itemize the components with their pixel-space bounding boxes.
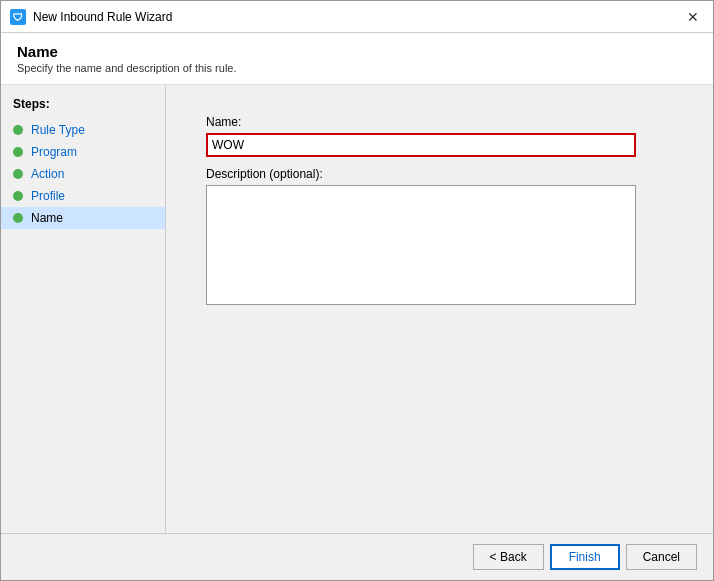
step-indicator <box>13 125 23 135</box>
page-header: Name Specify the name and description of… <box>1 33 713 85</box>
name-label: Name: <box>206 115 673 129</box>
back-button[interactable]: < Back <box>473 544 544 570</box>
name-field-group: Name: <box>206 115 673 157</box>
step-indicator <box>13 191 23 201</box>
desc-label: Description (optional): <box>206 167 673 181</box>
step-indicator <box>13 147 23 157</box>
app-icon: 🛡 <box>9 8 27 26</box>
step-indicator <box>13 169 23 179</box>
sidebar-item-rule-type[interactable]: Rule Type <box>1 119 165 141</box>
page-subtitle: Specify the name and description of this… <box>17 62 697 74</box>
sidebar-item-label: Rule Type <box>31 123 85 137</box>
content-area: Steps: Rule Type Program Action Profile … <box>1 85 713 533</box>
sidebar-item-name[interactable]: Name <box>1 207 165 229</box>
cancel-button[interactable]: Cancel <box>626 544 697 570</box>
sidebar-item-program[interactable]: Program <box>1 141 165 163</box>
sidebar-item-label: Profile <box>31 189 65 203</box>
sidebar-item-label: Name <box>31 211 63 225</box>
title-bar: 🛡 New Inbound Rule Wizard ✕ <box>1 1 713 33</box>
finish-button[interactable]: Finish <box>550 544 620 570</box>
page-title: Name <box>17 43 697 60</box>
sidebar-item-label: Program <box>31 145 77 159</box>
sidebar-item-label: Action <box>31 167 64 181</box>
sidebar: Steps: Rule Type Program Action Profile … <box>1 85 166 533</box>
name-input[interactable] <box>206 133 636 157</box>
footer: < Back Finish Cancel <box>1 533 713 580</box>
sidebar-item-profile[interactable]: Profile <box>1 185 165 207</box>
sidebar-title: Steps: <box>1 97 165 119</box>
window-title: New Inbound Rule Wizard <box>33 10 681 24</box>
close-button[interactable]: ✕ <box>681 5 705 29</box>
svg-text:🛡: 🛡 <box>13 12 23 23</box>
main-content: Name: Description (optional): <box>166 85 713 533</box>
desc-field-group: Description (optional): <box>206 167 673 305</box>
sidebar-item-action[interactable]: Action <box>1 163 165 185</box>
desc-textarea[interactable] <box>206 185 636 305</box>
wizard-window: 🛡 New Inbound Rule Wizard ✕ Name Specify… <box>0 0 714 581</box>
step-indicator <box>13 213 23 223</box>
